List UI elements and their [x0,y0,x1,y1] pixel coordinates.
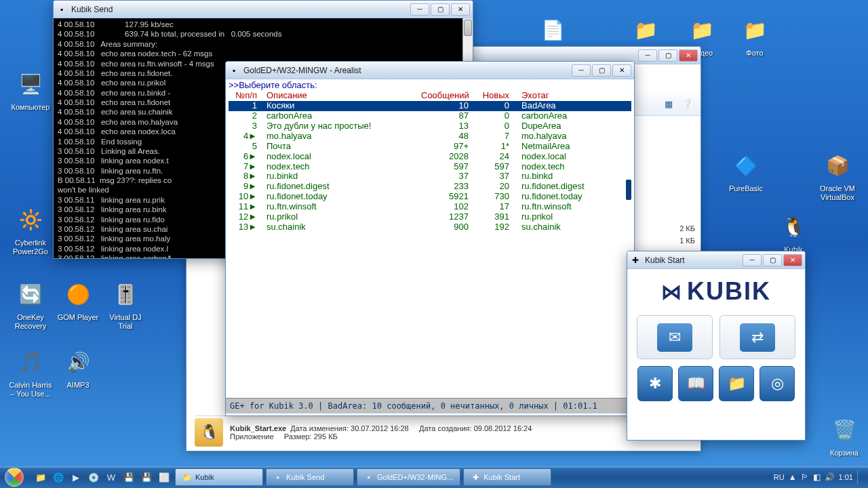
desktop-icon[interactable]: 🖥️Компьютер [7,68,54,112]
desktop-icon[interactable]: 🟠GOM Player [54,278,102,322]
desktop-icon[interactable]: 🔊AIMP3 [54,346,102,390]
word-icon[interactable]: W [103,469,119,485]
app-icon: 📁 [629,14,662,46]
desktop-icon[interactable]: 🎚️Virtual DJ Trial [102,278,149,331]
area-row[interactable]: 2carbonArea870carbonArea [229,111,631,121]
task-label: Kubik Start [484,473,520,481]
area-row[interactable]: 13►su.chainik900192su.chainik [229,222,631,232]
kubik-start-window: ✚ Kubik Start ─ ▢ ✕ ⋈KUBIK ✉ ⇄ ✱ 📖 📁 ◎ [627,251,806,441]
desktop-icon[interactable]: 🗑️Корзина [821,413,868,458]
save2-icon[interactable]: 💾 [138,469,155,485]
minimize-button[interactable]: ─ [410,3,429,16]
area-row[interactable]: 10►ru.fidonet.today5921730ru.fidonet.tod… [229,192,631,202]
terminal-icon: ▪ [229,65,239,76]
desktop-icon[interactable]: 🔆Cyberlink Power2Go [7,203,54,256]
volume-icon[interactable]: 🔊 [825,472,835,482]
desktop-icon[interactable]: 📁Фото [731,14,778,58]
desktop-icon[interactable]: 🐧Kubik [770,210,817,254]
mail-button[interactable]: ✉ [637,315,713,359]
task-icon: ▪ [273,472,283,482]
task-icon: ✚ [471,472,480,482]
golded-title: GoldED+/W32-MINGW - Arealist [243,66,572,75]
app-icon: 🎚️ [109,278,142,310]
close-button[interactable]: ✕ [679,49,698,62]
app-icon: 🔄 [14,278,47,310]
lang-indicator[interactable]: RU [774,473,785,481]
save-icon[interactable]: 💾 [121,469,137,485]
maximize-button[interactable]: ▢ [431,3,450,16]
minimize-button[interactable]: ─ [572,64,591,77]
icon-label: AIMP3 [54,381,102,390]
icon-label: Virtual DJ Trial [102,313,149,331]
folder-icon: 📁 [728,375,746,392]
start-button[interactable] [0,466,28,488]
desktop-icon[interactable]: 📦Oracle VM VirtualBox [814,149,861,202]
help-icon[interactable]: ❔ [680,97,695,112]
area-row[interactable]: 7►nodex.tech597597nodex.tech [229,162,631,172]
desktop-icon[interactable]: 🔄OneKey Recovery [7,278,54,331]
close-button[interactable]: ✕ [783,254,802,266]
area-row[interactable]: 9►ru.fidonet.digest23320ru.fidonet.diges… [229,182,631,192]
media-icon[interactable]: ▶ [68,469,84,485]
target-button[interactable]: ◎ [760,366,795,401]
terminal-icon: ▪ [56,4,67,15]
minimize-button[interactable]: ─ [638,49,657,62]
golded-prompt: >>Выберите область: [229,81,631,91]
taskbar-item[interactable]: 📁Kubik [175,468,263,486]
transfer-icon: ⇄ [740,323,775,352]
taskbar-item[interactable]: ▪Kubik Send [266,468,354,486]
area-row[interactable]: 4►mo.halyava487mo.halyava [229,131,631,142]
disc-icon[interactable]: 💿 [85,469,102,485]
file-name: Kubik_Start.exe [230,424,286,432]
tray-icon[interactable]: ▲ [789,472,797,482]
desktop-icon[interactable]: 🎵Calvin Harris – You Use... [7,346,54,399]
close-button[interactable]: ✕ [451,3,470,16]
app-icon: 📦 [821,149,854,182]
minimize-button[interactable]: ─ [743,254,762,266]
maximize-button[interactable]: ▢ [592,64,611,77]
area-row[interactable]: 8►ru.binkd3737ru.binkd [229,171,631,182]
icon-label: Oracle VM VirtualBox [814,184,861,202]
icon-label: OneKey Recovery [7,313,54,331]
flag-icon[interactable]: 🏳 [801,472,809,482]
settings-button[interactable]: ✱ [637,366,673,401]
clock[interactable]: 1:01 [839,473,853,481]
explorer-icon[interactable]: 📁 [33,469,49,485]
icon-label: Фото [731,49,778,58]
area-row[interactable]: 11►ru.ftn.winsoft10217ru.ftn.winsoft [229,202,631,212]
network-icon[interactable]: ◧ [813,472,821,482]
area-row[interactable]: 6►nodex.local202824nodex.local [229,152,631,162]
console-titlebar[interactable]: ▪ Kubik Send ─ ▢ ✕ [54,1,473,18]
book-icon: 📖 [687,375,705,392]
kubik-titlebar[interactable]: ✚ Kubik Start ─ ▢ ✕ [627,251,805,269]
task-label: Kubik Send [286,473,324,481]
target-icon: ◎ [771,375,784,392]
app-icon: 🖥️ [14,68,47,100]
gear-icon: ✱ [649,375,661,392]
area-row[interactable]: 1Косяки100BadArea [229,101,631,111]
show-desktop[interactable] [857,470,863,484]
sync-button[interactable]: ⇄ [719,315,795,359]
view-icon[interactable]: ▦ [661,97,676,112]
taskbar-item[interactable]: ▪GoldED+/W32-MING... [357,468,460,486]
console-title: Kubik Send [71,5,410,14]
ie-icon[interactable]: 🌐 [50,469,66,485]
maximize-button[interactable]: ▢ [763,254,782,266]
golded-titlebar[interactable]: ▪ GoldED+/W32-MINGW - Arealist ─ ▢ ✕ [226,62,634,79]
windows-logo-icon [5,468,24,487]
taskbar-item[interactable]: ✚Kubik Start [463,468,551,486]
desktop-icon[interactable]: 🔷PureBasic [722,149,770,193]
area-row[interactable]: 12►ru.prikol1237391ru.prikol [229,212,631,222]
area-row[interactable]: 3Это дубли у нас простые!130DupeArea [229,121,631,131]
task-icon: 📁 [182,472,192,482]
close-button[interactable]: ✕ [612,64,631,77]
app-icon: 🟠 [62,278,94,310]
task-label: GoldED+/W32-MING... [377,473,453,481]
docs-button[interactable]: 📖 [678,366,713,401]
app-icon: 📄 [536,14,569,46]
misc-icon[interactable]: ⬜ [156,469,172,485]
maximize-button[interactable]: ▢ [658,49,677,62]
area-row[interactable]: 5Почта97+1*NetmailArea [229,142,631,152]
files-button[interactable]: 📁 [719,366,754,401]
icon-label: GOM Player [54,313,102,322]
